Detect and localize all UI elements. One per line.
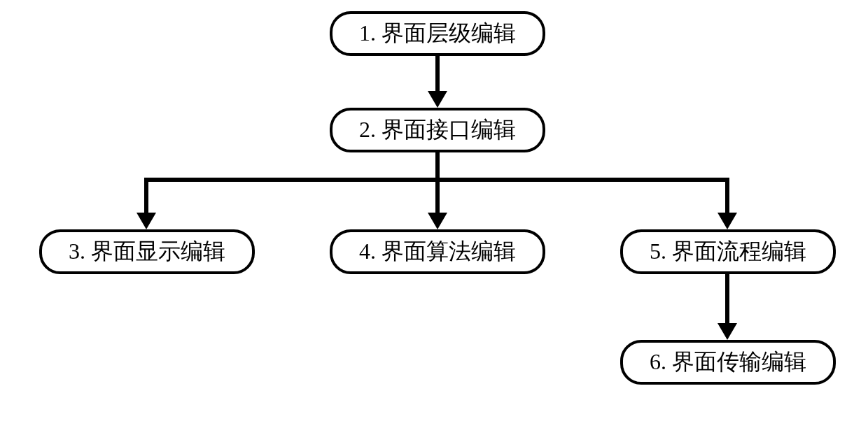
node-label: 6. 界面传输编辑 (650, 347, 806, 378)
node-interface-display-edit: 3. 界面显示编辑 (39, 229, 255, 274)
node-interface-transmission-edit: 6. 界面传输编辑 (620, 340, 836, 385)
node-interface-hierarchy-edit: 1. 界面层级编辑 (330, 11, 545, 56)
edge-line (435, 152, 440, 180)
edge-arrowhead (136, 213, 156, 229)
node-label: 3. 界面显示编辑 (69, 236, 225, 267)
edge-arrowhead (718, 323, 737, 340)
edge-line (144, 178, 148, 214)
node-interface-process-edit: 5. 界面流程编辑 (620, 229, 836, 274)
edge-arrowhead (428, 213, 447, 229)
node-label: 5. 界面流程编辑 (650, 236, 806, 267)
node-label: 2. 界面接口编辑 (359, 115, 516, 145)
node-interface-algorithm-edit: 4. 界面算法编辑 (330, 229, 545, 274)
node-interface-port-edit: 2. 界面接口编辑 (330, 108, 545, 152)
edge-line (435, 180, 440, 214)
edge-line (725, 178, 729, 214)
edge-line (435, 56, 440, 92)
edge-line (725, 274, 729, 324)
node-label: 1. 界面层级编辑 (359, 18, 516, 49)
edge-arrowhead (428, 91, 447, 108)
edge-arrowhead (718, 213, 737, 229)
node-label: 4. 界面算法编辑 (359, 236, 516, 267)
